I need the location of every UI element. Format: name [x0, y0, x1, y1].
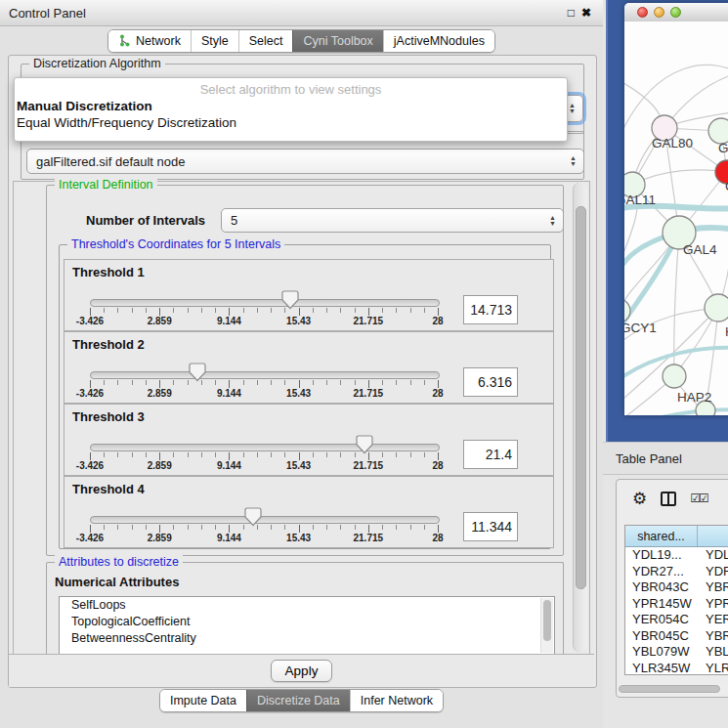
- panel-title: Control Panel: [9, 6, 86, 21]
- network-view-window: GAL80 GA C GAL11 GAL4 GCY1 H HAP2: [624, 3, 728, 415]
- table-row[interactable]: YDL19...YDL1: [625, 547, 728, 564]
- slider-track[interactable]: [90, 516, 440, 524]
- slider-ticks: [90, 308, 438, 316]
- threshold-2-value-field[interactable]: 6.316: [463, 367, 518, 397]
- node-hap2[interactable]: [663, 364, 686, 388]
- combo-arrows-icon: ▲▼: [569, 103, 576, 114]
- table-row[interactable]: YER054CYER0: [625, 612, 728, 628]
- slider-thumb[interactable]: [356, 435, 373, 454]
- tab-infer-network-label: Infer Network: [361, 694, 433, 707]
- discretization-algorithm-group-title: Discretization Algorithm: [29, 57, 165, 70]
- tab-discretize-data-label: Discretize Data: [257, 694, 340, 707]
- table-row[interactable]: YPR145WYPR1: [625, 596, 728, 613]
- top-tab-bar: Network Style Select Cyni Toolbox jActiv…: [0, 26, 603, 55]
- tab-style-label: Style: [201, 34, 229, 48]
- node-label: GAL11: [624, 193, 656, 207]
- slider-ticks: [90, 452, 438, 460]
- slider-tick-labels: -3.4262.8599.14415.4321.71528: [90, 533, 438, 544]
- network-canvas[interactable]: GAL80 GA C GAL11 GAL4 GCY1 H HAP2: [624, 21, 728, 415]
- tab-network[interactable]: Network: [108, 30, 191, 52]
- tab-select-label: Select: [249, 34, 283, 48]
- table-row[interactable]: YBL079WYBL0: [625, 644, 728, 661]
- slider-thumb[interactable]: [244, 507, 262, 527]
- list-item[interactable]: TopologicalCoefficient: [60, 614, 554, 630]
- column-header-shared[interactable]: shared...: [625, 526, 698, 546]
- node-table[interactable]: shared... na YDL19...YDL1 YDR27...YDR2 Y…: [624, 525, 728, 675]
- float-window-icon[interactable]: □: [568, 7, 575, 19]
- list-scrollbar-thumb[interactable]: [543, 600, 551, 641]
- tab-select[interactable]: Select: [238, 30, 293, 52]
- bottom-tab-bar: Impute Data Discretize Data Infer Networ…: [0, 686, 603, 715]
- zoom-traffic-light-icon[interactable]: [670, 7, 681, 18]
- threshold-4-value-field[interactable]: 11.344: [463, 512, 518, 541]
- table-panel-title: Table Panel: [616, 451, 682, 466]
- interval-definition-group: Interval Definition Number of Intervals …: [46, 185, 564, 556]
- slider-thumb[interactable]: [281, 290, 299, 310]
- algorithm-option-equal-width[interactable]: Equal Width/Frequency Discretization: [15, 114, 567, 131]
- threshold-3-value-field[interactable]: 21.4: [463, 440, 518, 469]
- network-view-background: GAL80 GA C GAL11 GAL4 GCY1 H HAP2: [606, 0, 728, 442]
- vertical-scrollbar[interactable]: [573, 183, 587, 652]
- thresholds-group: Threshold's Coordinates for 5 Intervals …: [59, 244, 551, 549]
- tab-style[interactable]: Style: [191, 30, 238, 52]
- list-item[interactable]: BetweennessCentrality: [60, 630, 554, 647]
- tab-jactivemnodules[interactable]: jActiveMNodules: [383, 30, 494, 52]
- numerical-attributes-list[interactable]: SelfLoops TopologicalCoefficient Between…: [59, 596, 555, 655]
- attributes-group-title: Attributes to discretize: [55, 555, 183, 569]
- table-row[interactable]: YBR045CYBR0: [625, 628, 728, 645]
- tab-cyni-toolbox[interactable]: Cyni Toolbox: [292, 30, 382, 52]
- threshold-1-label: Threshold 1: [72, 265, 145, 279]
- horizontal-scrollbar[interactable]: [618, 684, 728, 694]
- tab-infer-network[interactable]: Infer Network: [350, 690, 443, 711]
- threshold-3-label: Threshold 3: [72, 409, 145, 424]
- table-data-combobox[interactable]: galFiltered.sif default node ▲▼: [26, 149, 584, 174]
- table-panel-titlebar: Table Panel: [603, 442, 728, 475]
- table-row[interactable]: YDR27...YDR2: [625, 564, 728, 580]
- list-scrollbar[interactable]: [540, 598, 553, 653]
- control-panel: Control Panel □ ✖: [0, 0, 603, 728]
- tab-network-label: Network: [136, 34, 181, 48]
- tab-discretize-data[interactable]: Discretize Data: [246, 690, 350, 711]
- split-columns-icon[interactable]: [661, 492, 676, 506]
- threshold-4-label: Threshold 4: [72, 482, 145, 496]
- slider-track[interactable]: [90, 299, 440, 307]
- node-gcy1[interactable]: [624, 299, 630, 322]
- slider-track[interactable]: [90, 444, 440, 451]
- close-window-icon[interactable]: ✖: [581, 7, 591, 19]
- threshold-4-box: Threshold 4 -3.4262.8599.14415.4321.7152…: [64, 476, 554, 548]
- combo-arrows-icon: ▲▼: [570, 155, 577, 167]
- threshold-1-value-field[interactable]: 14.713: [463, 295, 518, 324]
- network-graph: GAL80 GA C GAL11 GAL4 GCY1 H HAP2: [624, 21, 728, 415]
- table-row[interactable]: YBR043CYBR0: [625, 579, 728, 596]
- attributes-group: Attributes to discretize Numerical Attri…: [46, 562, 564, 657]
- apply-button[interactable]: Apply: [271, 660, 333, 682]
- node-label: GAL80: [652, 136, 693, 150]
- algorithm-placeholder-option[interactable]: Select algorithm to view settings: [15, 80, 567, 98]
- column-header-name[interactable]: na: [698, 526, 728, 546]
- slider-track[interactable]: [90, 371, 440, 379]
- vertical-scrollbar-thumb[interactable]: [576, 206, 586, 589]
- list-item[interactable]: SelfLoops: [60, 597, 554, 614]
- minimize-traffic-light-icon[interactable]: [654, 7, 664, 18]
- slider-ticks: [90, 525, 438, 533]
- network-icon: [118, 34, 131, 47]
- slider-ticks: [90, 380, 438, 388]
- node-h[interactable]: [705, 294, 728, 321]
- threshold-1-box: Threshold 1 -3.4262.8599.14415.4321.7152…: [64, 259, 554, 331]
- checkbox-columns-icon[interactable]: ☑☑: [690, 492, 707, 505]
- node-label: GCY1: [624, 321, 657, 335]
- table-row[interactable]: YLR345WYLR3: [625, 661, 728, 676]
- gear-icon[interactable]: ⚙: [632, 491, 647, 507]
- slider-tick-labels: -3.4262.8599.14415.4321.71528: [90, 460, 438, 472]
- tab-impute-data[interactable]: Impute Data: [160, 690, 246, 711]
- node-label: GAL4: [683, 242, 717, 257]
- apply-bar: Apply: [9, 654, 594, 687]
- algorithm-option-manual[interactable]: Manual Discretization: [15, 98, 567, 114]
- number-of-intervals-combobox[interactable]: 5 ▲▼: [221, 208, 564, 233]
- cyni-toolbox-content: Discretization Algorithm ▲▼ Select algor…: [8, 55, 597, 688]
- threshold-2-box: Threshold 2 -3.4262.8599.14415.4321.7152…: [64, 331, 554, 404]
- slider-thumb[interactable]: [189, 363, 206, 382]
- table-header-row: shared... na: [625, 526, 728, 547]
- close-traffic-light-icon[interactable]: [637, 7, 648, 18]
- horizontal-scrollbar-thumb[interactable]: [619, 685, 720, 693]
